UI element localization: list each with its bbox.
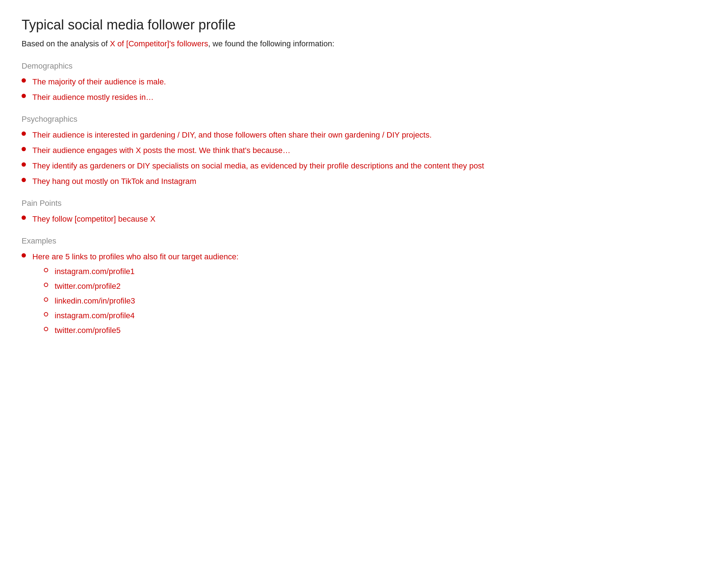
intro-highlight: X of [Competitor]'s followers [110,39,208,48]
list-item: Their audience is interested in gardenin… [22,129,684,141]
bullet-icon [22,162,26,167]
sub-bullet-icon [44,283,48,287]
examples-list: Here are 5 links to profiles who also fi… [22,251,684,339]
intro-suffix: , we found the following information: [208,39,334,48]
section-heading-psychographics: Psychographics [22,115,684,124]
list-item: Their audience mostly resides in… [22,91,684,103]
pain-points-list: They follow [competitor] because X [22,213,684,225]
section-heading-demographics: Demographics [22,61,684,71]
section-heading-pain-points: Pain Points [22,199,684,208]
bullet-icon [22,78,26,83]
section-demographics: Demographics The majority of their audie… [22,61,684,103]
sub-bullet-icon [44,312,48,316]
sub-item-text: twitter.com/profile2 [55,280,684,292]
sub-list-item: instagram.com/profile1 [44,265,684,277]
section-psychographics: Psychographics Their audience is interes… [22,115,684,187]
section-heading-examples: Examples [22,236,684,246]
list-item: They follow [competitor] because X [22,213,684,225]
list-item: They hang out mostly on TikTok and Insta… [22,175,684,187]
item-text: Their audience engages with X posts the … [32,144,684,156]
demographics-list: The majority of their audience is male. … [22,76,684,103]
list-item: Their audience engages with X posts the … [22,144,684,156]
item-text: Their audience mostly resides in… [32,91,684,103]
item-text: They hang out mostly on TikTok and Insta… [32,175,684,187]
sub-list: instagram.com/profile1 twitter.com/profi… [44,265,684,336]
bullet-icon [22,147,26,151]
item-text: They identify as gardeners or DIY specia… [32,160,684,172]
section-examples: Examples Here are 5 links to profiles wh… [22,236,684,339]
intro-text: Based on the analysis of X of [Competito… [22,39,684,48]
sub-item-text: instagram.com/profile1 [55,265,684,277]
sub-item-text: instagram.com/profile4 [55,310,684,321]
sub-bullet-icon [44,327,48,331]
list-item: They identify as gardeners or DIY specia… [22,160,684,172]
item-text: Here are 5 links to profiles who also fi… [32,251,684,339]
sub-item-text: twitter.com/profile5 [55,324,684,336]
psychographics-list: Their audience is interested in gardenin… [22,129,684,187]
list-item: Here are 5 links to profiles who also fi… [22,251,684,339]
bullet-icon [22,131,26,136]
section-pain-points: Pain Points They follow [competitor] bec… [22,199,684,225]
bullet-icon [22,253,26,258]
item-text: They follow [competitor] because X [32,213,684,225]
item-text: The majority of their audience is male. [32,76,684,88]
bullet-icon [22,216,26,220]
sub-bullet-icon [44,297,48,302]
bullet-icon [22,178,26,182]
list-item: The majority of their audience is male. [22,76,684,88]
sub-list-item: twitter.com/profile5 [44,324,684,336]
intro-prefix: Based on the analysis of [22,39,110,48]
sub-item-text: linkedin.com/in/profile3 [55,295,684,307]
page-title: Typical social media follower profile [22,17,684,33]
item-text: Their audience is interested in gardenin… [32,129,684,141]
sub-bullet-icon [44,268,48,272]
sub-list-item: linkedin.com/in/profile3 [44,295,684,307]
sub-list-item: instagram.com/profile4 [44,310,684,321]
sub-list-item: twitter.com/profile2 [44,280,684,292]
bullet-icon [22,94,26,98]
